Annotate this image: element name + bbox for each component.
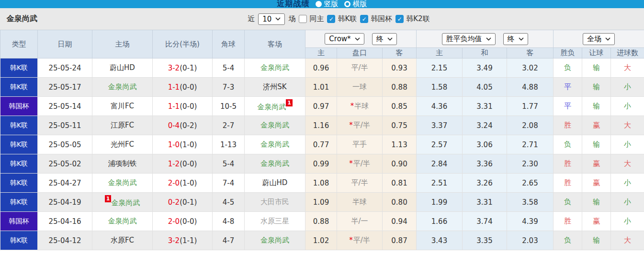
avg-home-cell: 1.66 [417, 212, 463, 231]
avg-draw-cell: 3.31 [463, 97, 507, 116]
result-wdl-cell: 负 [554, 58, 582, 78]
corner-cell: 7-3 [213, 78, 245, 97]
league-label-k2league: 韩K2联 [406, 14, 429, 23]
match-count-value: 10 [262, 15, 271, 23]
odds-group-header: Crow* 终 [305, 30, 417, 48]
type-cell: 韩K联 [0, 135, 38, 154]
avg-draw-cell: 4.05 [463, 78, 507, 97]
odds-home-cell: 0.97 [305, 97, 337, 116]
handicap-cell: 半/一 [337, 212, 383, 231]
home-team-cell: 金泉尚武 [92, 78, 153, 97]
avg-time-select[interactable]: 终 [503, 33, 528, 45]
result-handicap-cell: 输 [582, 193, 611, 212]
handicap-cell: *平/半 [337, 231, 383, 250]
result-handicap-cell: 赢 [582, 174, 611, 193]
red-card-badge: 1 [105, 195, 112, 202]
result-wdl-cell: 负 [554, 231, 582, 250]
same-home-checkbox[interactable]: ✓ [299, 15, 307, 23]
away-team-cell: 金泉尚武 [245, 231, 305, 250]
match-count-select[interactable]: 10 [258, 13, 285, 25]
layout-radio-horizontal[interactable]: 横版 [344, 0, 367, 8]
away-team-cell: 金泉尚武 [245, 116, 305, 135]
bookmaker-select[interactable]: Crow* [325, 33, 364, 45]
date-cell: 25-05-14 [38, 97, 92, 116]
type-cell: 韩K联 [0, 154, 38, 174]
league-checkbox-kleague[interactable]: ✓ [327, 15, 335, 23]
odds-time-select[interactable]: 终 [372, 33, 397, 45]
avg-away-cell: 2.71 [507, 135, 554, 154]
score-cell: 0-4(0-2) [153, 116, 213, 135]
layout-radio-vertical[interactable]: 竖版 [316, 0, 339, 8]
score-cell: 2-0(0-0) [153, 212, 213, 231]
sub-header-avg-draw: 和 [463, 48, 507, 58]
red-card-badge: 1 [286, 99, 293, 106]
table-row: 韩K联25-04-27金泉尚武2-0(1-0)7-4蔚山HD1.08平/半0.8… [0, 174, 644, 193]
handicap-cell: *半球 [337, 97, 383, 116]
type-cell: 韩K联 [0, 231, 38, 250]
odds-away-cell: 0.87 [383, 231, 417, 250]
result-handicap-cell: 输 [582, 78, 611, 97]
fulltime-select[interactable]: 全场 [583, 33, 615, 45]
home-team-cell: 浦项制铁 [92, 154, 153, 174]
avg-away-cell: 2.03 [507, 231, 554, 250]
league-checkbox-k2league[interactable]: ✓ [395, 15, 404, 23]
date-cell: 25-04-27 [38, 174, 92, 193]
corner-cell: 2-7 [213, 116, 245, 135]
avg-draw-cell: 3.36 [463, 154, 507, 174]
result-wdl-cell: 胜 [554, 212, 582, 231]
result-wdl-cell: 平 [554, 78, 582, 97]
odds-home-cell: 1.08 [305, 174, 337, 193]
avg-away-cell: 2.30 [507, 154, 554, 174]
result-wdl-cell: 胜 [554, 174, 582, 193]
date-cell: 25-04-12 [38, 231, 92, 250]
result-wdl-cell: 负 [554, 193, 582, 212]
table-row: 韩K联25-05-02浦项制铁1-2(0-0)5-4金泉尚武0.99*平/半0.… [0, 154, 644, 174]
table-row: 韩K联25-05-11江原FC0-4(0-2)2-7金泉尚武1.16*平/半0.… [0, 116, 644, 135]
handicap-cell: 半球 [337, 193, 383, 212]
chevron-down-icon [486, 37, 491, 41]
table-row: 韩K联25-05-24蔚山HD3-2(0-1)5-4金泉尚武0.96平/半0.9… [0, 58, 644, 78]
result-handicap-cell: 输 [582, 97, 611, 116]
col-header-away: 客场 [245, 30, 305, 58]
chevron-down-icon [519, 37, 524, 41]
result-goals-cell: 大 [611, 231, 644, 250]
score-cell: 3-2(1-1) [153, 231, 213, 250]
result-wdl-cell: 胜 [554, 154, 582, 174]
result-goals-cell: 小 [611, 174, 644, 193]
table-row: 韩国杯25-05-14富川FC1-1(0-0)10-5金泉尚武10.97*半球0… [0, 97, 644, 116]
result-wdl-cell: 平 [554, 97, 582, 116]
col-header-corner: 角球 [213, 30, 245, 58]
games-label: 场 [288, 14, 295, 23]
bookmaker-value: Crow* [329, 35, 350, 43]
recent-results-page: 近期战绩 竖版 横版 金泉尚武 近 10 场 ✓ 同主 ✓ 韩K联 ✓ [0, 0, 644, 256]
radio-selected-icon [316, 1, 322, 7]
date-cell: 25-05-05 [38, 135, 92, 154]
date-cell: 25-05-02 [38, 154, 92, 174]
odds-away-cell: 1.13 [383, 135, 417, 154]
league-label-koreacup: 韩国杯 [371, 14, 392, 23]
same-home-label: 同主 [309, 14, 324, 23]
league-label-kleague: 韩K联 [338, 14, 357, 23]
away-team-cell: 金泉尚武 [245, 154, 305, 174]
home-team-cell: 1金泉尚武 [92, 193, 153, 212]
results-table: 类型 日期 主场 比分(半场) 角球 客场 Crow* 终 [0, 30, 644, 250]
odds-away-cell: 0.94 [383, 212, 417, 231]
handicap-cell: *平/半 [337, 116, 383, 135]
check-icon: ✓ [362, 16, 367, 22]
corner-cell: 1-13 [213, 135, 245, 154]
sub-header-odds-home: 主 [305, 48, 337, 58]
league-checkbox-koreacup[interactable]: ✓ [360, 15, 368, 23]
topbar: 近期战绩 竖版 横版 [0, 0, 644, 8]
sub-header-handicap-result: 让球 [582, 48, 611, 58]
avg-home-cell: 2.51 [417, 174, 463, 193]
handicap-cell: 一球 [337, 78, 383, 97]
near-label: 近 [248, 14, 255, 23]
odds-home-cell: 1.01 [305, 78, 337, 97]
avg-type-select[interactable]: 胜平负均值 [442, 33, 496, 45]
avg-draw-cell: 3.24 [463, 116, 507, 135]
result-goals-cell: 大 [611, 116, 644, 135]
handicap-cell: 平/半 [337, 174, 383, 193]
corner-cell: 5-4 [213, 58, 245, 78]
avg-away-cell: 4.88 [507, 78, 554, 97]
corner-cell: 4-7 [213, 231, 245, 250]
